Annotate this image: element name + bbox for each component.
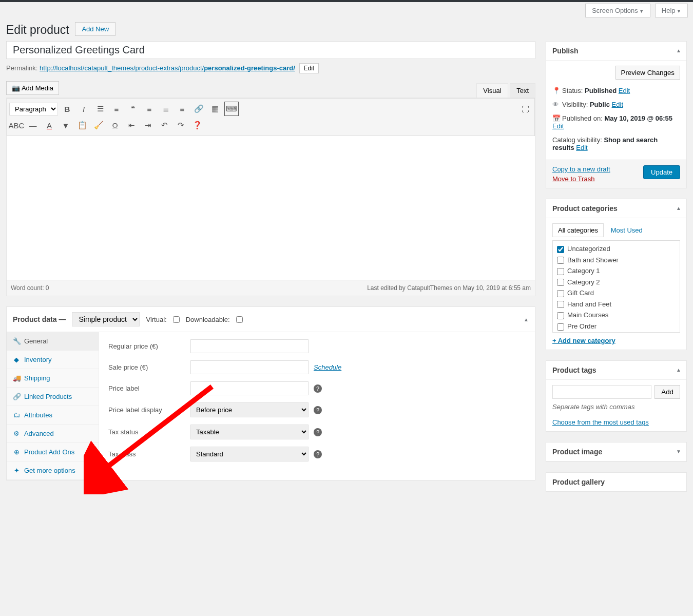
schedule-link[interactable]: Schedule xyxy=(314,363,341,371)
product-data-tab-get-more-options[interactable]: ✦Get more options xyxy=(7,461,99,480)
undo-icon[interactable]: ↶ xyxy=(157,118,171,132)
product-gallery-panel: Product gallery xyxy=(546,472,687,492)
product-type-select[interactable]: Simple product xyxy=(72,312,140,326)
tax-class-select[interactable]: Standard xyxy=(190,447,309,461)
add-media-button[interactable]: Add Media xyxy=(6,81,59,95)
category-item[interactable]: Bath and Shower xyxy=(555,255,677,266)
help-icon[interactable]: ? xyxy=(314,384,322,393)
product-data-tab-advanced[interactable]: ⚙Advanced xyxy=(7,425,99,443)
editor-tab-text[interactable]: Text xyxy=(510,83,535,98)
choose-tags-link[interactable]: Choose from the most used tags xyxy=(552,418,649,426)
copy-draft-link[interactable]: Copy to a new draft xyxy=(552,165,610,173)
category-checkbox[interactable] xyxy=(557,312,564,319)
paste-icon[interactable]: 📋 xyxy=(75,118,89,132)
help-icon[interactable]: ❓ xyxy=(190,118,204,132)
indent-icon[interactable]: ⇥ xyxy=(141,118,155,132)
panel-toggle-icon[interactable]: ▼ xyxy=(676,449,681,454)
category-checkbox[interactable] xyxy=(557,323,564,331)
publish-panel: Publish ▲ Preview Changes 📍Status: Publi… xyxy=(546,41,687,188)
tags-input[interactable] xyxy=(552,385,651,399)
screen-options-button[interactable]: Screen Options xyxy=(585,4,650,17)
downloadable-checkbox[interactable] xyxy=(236,316,243,323)
tab-label: Attributes xyxy=(24,411,52,419)
update-button[interactable]: Update xyxy=(643,165,680,179)
editor-tab-visual[interactable]: Visual xyxy=(476,83,508,98)
category-checkbox[interactable] xyxy=(557,279,564,286)
format-select[interactable]: Paragraph xyxy=(9,103,58,116)
product-data-tab-linked-products[interactable]: 🔗Linked Products xyxy=(7,388,99,406)
strike-icon[interactable]: ABC xyxy=(9,118,24,132)
category-checkbox[interactable] xyxy=(557,257,564,264)
help-icon[interactable]: ? xyxy=(314,428,322,436)
edit-status-link[interactable]: Edit xyxy=(619,87,630,94)
align-right-icon[interactable]: ≡ xyxy=(175,102,189,116)
price-label-display-select[interactable]: Before price xyxy=(190,402,309,417)
category-item[interactable]: Gift Card xyxy=(555,287,677,299)
toolbar-toggle-icon[interactable]: ⌨ xyxy=(224,102,239,116)
category-item[interactable]: Main Courses xyxy=(555,310,677,321)
category-item[interactable]: Category 2 xyxy=(555,277,677,288)
category-checkbox[interactable] xyxy=(557,301,564,308)
product-data-panel: Product data — Simple product Virtual: D… xyxy=(6,306,535,480)
category-item[interactable]: Uncategorized xyxy=(555,243,677,255)
edit-permalink-button[interactable]: Edit xyxy=(299,63,319,73)
help-button[interactable]: Help xyxy=(655,4,688,17)
product-data-tab-attributes[interactable]: 🗂Attributes xyxy=(7,406,99,425)
tax-status-select[interactable]: Taxable xyxy=(190,425,309,439)
tab-label: Linked Products xyxy=(24,393,72,400)
tab-all-categories[interactable]: All categories xyxy=(552,223,604,237)
editor-content[interactable] xyxy=(7,136,535,280)
align-center-icon[interactable]: ≣ xyxy=(159,102,173,116)
edit-catalog-link[interactable]: Edit xyxy=(576,144,587,151)
move-trash-link[interactable]: Move to Trash xyxy=(552,175,610,183)
category-item[interactable]: Category 1 xyxy=(555,265,677,277)
text-color-arrow-icon[interactable]: ▼ xyxy=(59,118,73,132)
align-left-icon[interactable]: ≡ xyxy=(142,102,157,116)
category-item[interactable]: Pre Order xyxy=(555,321,677,332)
regular-price-input[interactable] xyxy=(190,339,309,353)
product-title-input[interactable] xyxy=(6,41,535,59)
product-data-tab-shipping[interactable]: 🚚Shipping xyxy=(7,369,99,388)
product-data-tab-product-add-ons[interactable]: ⊕Product Add Ons xyxy=(7,443,99,461)
permalink-link[interactable]: http://localhost/catapult_themes/product… xyxy=(40,64,295,72)
add-category-link[interactable]: + Add new category xyxy=(552,337,680,344)
virtual-checkbox[interactable] xyxy=(173,316,180,323)
text-color-icon[interactable]: A xyxy=(42,118,56,132)
permalink: Permalink: http://localhost/catapult_the… xyxy=(6,61,535,79)
edit-visibility-link[interactable]: Edit xyxy=(612,101,623,108)
preview-changes-button[interactable]: Preview Changes xyxy=(615,66,680,80)
add-tag-button[interactable]: Add xyxy=(654,385,680,399)
bullet-list-icon[interactable]: ☰ xyxy=(93,102,107,116)
outdent-icon[interactable]: ⇤ xyxy=(124,118,139,132)
edit-date-link[interactable]: Edit xyxy=(552,122,564,130)
help-icon[interactable]: ? xyxy=(314,406,322,414)
clear-icon[interactable]: 🧹 xyxy=(91,118,106,132)
redo-icon[interactable]: ↷ xyxy=(174,118,188,132)
add-new-button[interactable]: Add New xyxy=(75,22,116,36)
hr-icon[interactable]: — xyxy=(26,118,40,132)
panel-toggle-icon[interactable]: ▲ xyxy=(524,317,529,322)
link-icon[interactable]: 🔗 xyxy=(191,102,206,116)
product-data-tab-general[interactable]: 🔧General xyxy=(7,332,99,351)
category-checkbox[interactable] xyxy=(557,290,564,297)
quote-icon[interactable]: ❝ xyxy=(126,102,140,116)
advanced-icon: ⚙ xyxy=(13,430,20,437)
category-checkbox[interactable] xyxy=(557,268,564,275)
virtual-label: Virtual: xyxy=(146,316,166,323)
panel-toggle-icon[interactable]: ▲ xyxy=(676,367,681,373)
price-label-input[interactable] xyxy=(190,381,309,395)
panel-toggle-icon[interactable]: ▲ xyxy=(676,205,681,211)
italic-icon[interactable]: I xyxy=(76,102,91,116)
fullscreen-icon[interactable]: ⛶ xyxy=(518,102,532,116)
category-item[interactable]: Hand and Feet xyxy=(555,299,677,310)
product-data-tab-inventory[interactable]: ◆Inventory xyxy=(7,351,99,369)
special-char-icon[interactable]: Ω xyxy=(108,118,122,132)
more-icon[interactable]: ▦ xyxy=(208,102,222,116)
sale-price-input[interactable] xyxy=(190,360,309,374)
panel-toggle-icon[interactable]: ▲ xyxy=(676,48,681,53)
bold-icon[interactable]: B xyxy=(60,102,74,116)
number-list-icon[interactable]: ≡ xyxy=(109,102,124,116)
help-icon[interactable]: ? xyxy=(314,450,322,458)
tab-most-used[interactable]: Most Used xyxy=(606,224,648,237)
category-checkbox[interactable] xyxy=(557,246,564,253)
